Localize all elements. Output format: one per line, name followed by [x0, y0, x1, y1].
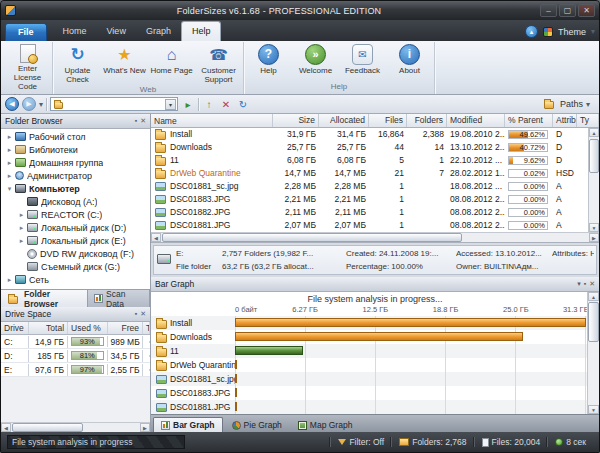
tab-map-graph[interactable]: Map Graph	[291, 418, 360, 432]
expander-icon[interactable]: ▸	[17, 224, 26, 232]
column-header-t[interactable]: T	[143, 322, 150, 334]
tree-item-computer[interactable]: ▾Компьютер	[1, 182, 150, 195]
drive-space-hscrollbar[interactable]: ◀ ▶	[1, 422, 150, 432]
tree-item-drive-g[interactable]: Съемный диск (G:)	[1, 260, 150, 273]
tab-graph[interactable]: Graph	[136, 22, 181, 41]
tree-item-desktop[interactable]: ▸Рабочий стол	[1, 130, 150, 143]
drive-row-d[interactable]: D: 185 ГБ 81% 34,5 ГБ	[1, 349, 150, 363]
panel-menu-icon[interactable]: ▾	[577, 280, 581, 288]
tab-home[interactable]: Home	[53, 22, 97, 41]
back-button[interactable]: ◀	[5, 97, 19, 111]
file-row-11[interactable]: 11 6,08 ГБ6,08 ГБ 51 22.10.2012 ... 9.62…	[151, 154, 599, 167]
history-dropdown-icon[interactable]: ▾	[39, 100, 43, 109]
panel-pin-icon[interactable]: ▪	[584, 280, 586, 288]
expander-icon[interactable]: ▸	[17, 237, 26, 245]
scroll-down-icon[interactable]: ▼	[589, 223, 599, 232]
welcome-button[interactable]: » Welcome	[292, 42, 339, 76]
tree-item-homegroup[interactable]: ▸Домашняя группа	[1, 156, 150, 169]
tab-bar-graph[interactable]: Bar Graph	[153, 417, 223, 432]
close-button[interactable]: ✕	[578, 4, 595, 17]
tab-folder-browser[interactable]: Folder Browser	[1, 290, 88, 307]
go-button[interactable]: ▸	[181, 97, 195, 111]
column-header-size[interactable]: Size	[273, 114, 319, 127]
feedback-button[interactable]: ✉ Feedback	[339, 42, 386, 76]
file-row-dsc01881sc[interactable]: DSC01881_sc.jpg 2,28 МБ2,28 МБ 1 18.08.2…	[151, 180, 599, 193]
column-header-files[interactable]: Files	[369, 114, 407, 127]
column-header-attribs[interactable]: Attribs	[553, 114, 577, 127]
tab-help[interactable]: Help	[181, 21, 222, 41]
drive-row-e[interactable]: E: 97,6 ГБ 97% 2,55 ГБ	[1, 363, 150, 377]
column-header-type[interactable]: Ty	[577, 114, 599, 127]
tab-pie-graph[interactable]: Pie Graph	[225, 418, 289, 432]
tree-item-network[interactable]: ▸Сеть	[1, 273, 150, 286]
expander-icon[interactable]: ▸	[5, 146, 14, 154]
bar-dsc01881[interactable]	[235, 402, 237, 411]
graph-vscrollbar[interactable]: ▲ ▼	[587, 292, 599, 414]
panel-close-icon[interactable]: ✕	[140, 117, 146, 125]
up-level-button[interactable]: ↑	[202, 97, 216, 111]
update-check-button[interactable]: ↻ Update Check	[54, 42, 101, 85]
panel-close-icon[interactable]: ✕	[589, 280, 595, 288]
file-row-install[interactable]: Install 31,9 ГБ31,4 ГБ 16,8642,388 19.08…	[151, 128, 599, 141]
tab-scan-data[interactable]: Scan Data	[88, 290, 150, 307]
tree-item-libraries[interactable]: ▸Библиотеки	[1, 143, 150, 156]
refresh-button[interactable]: ↻	[236, 97, 250, 111]
scroll-thumb[interactable]	[162, 233, 462, 242]
expander-icon[interactable]: ▸	[5, 133, 14, 141]
chart-row-dsc01881sc[interactable]: DSC01881_sc.jpg	[151, 372, 599, 386]
stop-button[interactable]: ✕	[219, 97, 233, 111]
status-filter[interactable]: Filter: Off	[330, 437, 391, 447]
tab-view[interactable]: View	[97, 22, 136, 41]
file-row-dsc01881[interactable]: DSC01881.JPG 2,07 МБ2,07 МБ 1 08.08.2012…	[151, 219, 599, 232]
bar-11[interactable]	[235, 346, 303, 355]
help-button[interactable]: ? Help	[245, 42, 292, 76]
scroll-left-icon[interactable]: ◀	[151, 233, 161, 242]
column-header-modified[interactable]: Modified	[447, 114, 505, 127]
expander-icon[interactable]: ▸	[5, 159, 14, 167]
tree-item-drive-e[interactable]: ▸Локальный диск (E:)	[1, 234, 150, 247]
paths-button[interactable]: Paths ▾	[538, 97, 595, 111]
chart-row-dsc01881[interactable]: DSC01881.JPG	[151, 400, 599, 414]
customer-support-button[interactable]: ☎ Customer Support	[195, 42, 242, 85]
column-header-used[interactable]: Used %	[68, 322, 107, 334]
tree-item-drive-f[interactable]: DVD RW дисковод (F:)	[1, 247, 150, 260]
scroll-thumb[interactable]	[589, 139, 599, 173]
scroll-thumb[interactable]	[12, 423, 83, 432]
home-page-button[interactable]: ⌂ Home Page	[148, 42, 195, 76]
bar-dsc01883[interactable]	[235, 388, 237, 397]
bar-drweb[interactable]	[235, 360, 237, 369]
column-header-percent[interactable]: % Parent	[505, 114, 553, 127]
file-row-downloads[interactable]: Downloads 25,7 ГБ25,7 ГБ 4414 13.10.2012…	[151, 141, 599, 154]
panel-pin-icon[interactable]: ▪	[135, 310, 137, 318]
minimize-button[interactable]: –	[540, 4, 557, 17]
about-button[interactable]: i About	[386, 42, 433, 76]
maximize-button[interactable]: ▢	[559, 4, 576, 17]
chart-row-11[interactable]: 11	[151, 344, 599, 358]
column-header-folders[interactable]: Folders	[407, 114, 447, 127]
file-row-dsc01883[interactable]: DSC01883.JPG 2,21 МБ2,21 МБ 1 08.08.2012…	[151, 193, 599, 206]
bar-install[interactable]	[235, 318, 586, 327]
expander-icon[interactable]: ▸	[17, 211, 26, 219]
tree-item-drive-a[interactable]: Дисковод (A:)	[1, 195, 150, 208]
path-input[interactable]: ▾	[50, 97, 178, 111]
whats-new-button[interactable]: ★ What's New	[101, 42, 148, 76]
scroll-thumb[interactable]	[588, 302, 599, 342]
path-dropdown-icon[interactable]: ▾	[165, 99, 176, 110]
chart-row-install[interactable]: Install	[151, 316, 599, 330]
tree-item-drive-c[interactable]: ▸REACTOR (C:)	[1, 208, 150, 221]
bar-downloads[interactable]	[235, 332, 523, 341]
column-header-free[interactable]: Free	[108, 322, 144, 334]
theme-button[interactable]: Theme	[558, 27, 586, 37]
column-header-total[interactable]: Total	[29, 322, 68, 334]
file-row-dsc01882[interactable]: DSC01882.JPG 2,11 МБ2,11 МБ 1 08.08.2012…	[151, 206, 599, 219]
chart-row-dsc01883[interactable]: DSC01883.JPG	[151, 386, 599, 400]
scroll-right-icon[interactable]: ▶	[140, 423, 150, 432]
file-menu-button[interactable]: File	[5, 23, 47, 41]
drive-row-c[interactable]: C: 14,9 ГБ 93% 989 МБ	[1, 335, 150, 349]
scroll-down-icon[interactable]: ▼	[588, 405, 599, 414]
expander-icon[interactable]: ▸	[5, 276, 14, 284]
panel-close-icon[interactable]: ✕	[140, 310, 146, 318]
column-header-name[interactable]: Name	[151, 114, 273, 127]
tree-item-user[interactable]: ▸Администратор	[1, 169, 150, 182]
column-header-allocated[interactable]: Allocated	[319, 114, 369, 127]
